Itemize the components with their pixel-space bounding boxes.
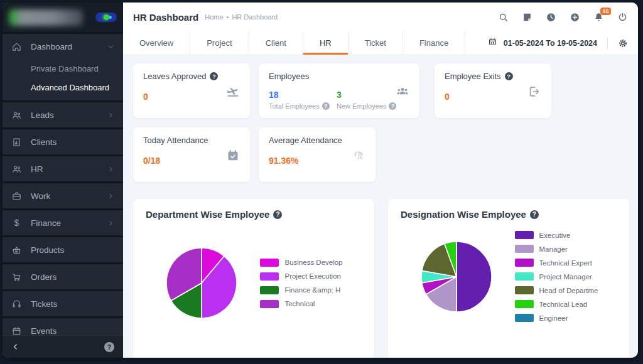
new-employees-value: 3 <box>337 90 404 100</box>
tab-project[interactable]: Project <box>190 31 249 55</box>
calendar-icon <box>488 37 497 49</box>
sidebar-item-label: Dashboard <box>31 42 107 51</box>
legend-item[interactable]: Technical Lead <box>515 300 598 308</box>
briefcase-icon <box>11 191 22 201</box>
tab-client[interactable]: Client <box>249 31 303 55</box>
tab-overview[interactable]: Overview <box>123 31 190 55</box>
stat-cards-row-1: Leaves Approved ? 0 Employees 18 Total E… <box>133 63 629 118</box>
legend-item[interactable]: Executive <box>515 231 598 239</box>
sidebar-item-clients[interactable]: Clients <box>3 129 123 154</box>
search-icon[interactable] <box>498 12 509 23</box>
legend-item[interactable]: Project Manager <box>515 272 598 281</box>
legend-item[interactable]: Project Execution <box>260 272 342 281</box>
help-icon[interactable]: ? <box>530 210 539 219</box>
notification-count-badge: 15 <box>600 8 611 16</box>
designation-legend: Executive Manager Technical Expert Proje… <box>515 231 598 322</box>
help-icon[interactable]: ? <box>104 342 114 352</box>
app-window: Dashboard Private Dashboard Advanced Das… <box>3 3 638 358</box>
date-range-picker[interactable]: 01-05-2024 To 19-05-2024 <box>488 31 597 55</box>
app-logo <box>9 9 83 26</box>
chevron-right-icon <box>107 220 114 227</box>
user-group-icon <box>396 85 409 99</box>
help-icon[interactable]: ? <box>322 102 330 110</box>
legend-swatch <box>515 272 534 281</box>
legend-item[interactable]: Business Develop <box>260 259 342 267</box>
card-employees: Employees 18 Total Employees? 3 New Empl… <box>259 63 419 118</box>
legend-item[interactable]: Technical Expert <box>515 259 598 267</box>
basket-icon <box>11 245 22 255</box>
department-legend: Business Develop Project Execution Finan… <box>260 259 342 308</box>
tab-hr[interactable]: HR <box>303 31 349 55</box>
sidebar-item-finance[interactable]: $ Finance <box>3 210 123 235</box>
headset-icon <box>11 299 22 309</box>
sidebar-group-dashboard: Dashboard Private Dashboard Advanced Das… <box>3 34 123 100</box>
legend-item[interactable]: Head of Departme <box>515 286 598 294</box>
dashboard-tabbar: Overview Project Client HR Ticket Financ… <box>123 31 638 55</box>
users-icon <box>11 164 22 174</box>
plugin-badge <box>95 13 117 22</box>
help-icon[interactable]: ? <box>273 210 282 219</box>
sidebar-subitem-label: Advanced Dashboard <box>31 83 109 92</box>
sidebar: Dashboard Private Dashboard Advanced Das… <box>3 3 123 358</box>
add-icon[interactable] <box>570 12 580 23</box>
help-icon[interactable]: ? <box>505 72 513 80</box>
sparkle-icon <box>104 14 109 20</box>
divider <box>607 38 608 49</box>
legend-swatch <box>260 300 279 308</box>
chevron-right-icon <box>107 166 114 173</box>
note-icon[interactable] <box>522 12 532 23</box>
legend-item[interactable]: Technical <box>260 300 342 308</box>
sidebar-item-events[interactable]: Events <box>3 318 123 335</box>
help-icon[interactable]: ? <box>210 72 218 80</box>
date-range-value: 01-05-2024 To 19-05-2024 <box>504 39 597 48</box>
notifications-bell-icon[interactable]: 15 <box>593 12 604 23</box>
sidebar-item-tickets[interactable]: Tickets <box>3 291 123 316</box>
legend-item[interactable]: Engineer <box>515 314 598 322</box>
power-icon[interactable] <box>617 12 628 23</box>
cart-icon <box>11 272 22 282</box>
users-icon <box>11 110 22 120</box>
page-title: HR Dashboard <box>133 12 198 23</box>
chart-title: Department Wise Employee <box>146 209 269 220</box>
sidebar-item-advanced-dashboard[interactable]: Advanced Dashboard <box>3 78 123 97</box>
sidebar-item-orders[interactable]: Orders <box>3 264 123 289</box>
sidebar-item-products[interactable]: Products <box>3 237 123 262</box>
sidebar-item-hr[interactable]: HR <box>3 156 123 181</box>
legend-item[interactable]: Finance &amp; H <box>260 286 342 294</box>
chevron-right-icon <box>107 112 114 119</box>
employee-exits-value: 0 <box>445 92 541 102</box>
collapse-sidebar-icon[interactable] <box>11 343 19 351</box>
tab-ticket[interactable]: Ticket <box>349 31 403 55</box>
new-employees-stat: 3 New Employees? <box>337 90 404 110</box>
tab-finance[interactable]: Finance <box>403 31 465 55</box>
card-title: Average Attendance <box>269 136 342 145</box>
card-title: Leaves Approved <box>143 72 206 81</box>
help-icon[interactable]: ? <box>389 102 396 110</box>
total-employees-stat: 18 Total Employees? <box>269 90 337 110</box>
plane-departure-icon <box>226 85 240 99</box>
card-title: Today Attendance <box>143 136 208 145</box>
legend-swatch <box>515 245 534 253</box>
sidebar-subitem-label: Private Dashboard <box>31 64 99 73</box>
sidebar-item-leads[interactable]: Leads <box>3 102 123 127</box>
home-icon <box>11 41 22 52</box>
building-chart-icon <box>11 137 22 147</box>
sidebar-item-private-dashboard[interactable]: Private Dashboard <box>3 59 123 78</box>
chart-card-designation-wise: Designation Wise Employee ? Executive Ma… <box>388 199 629 358</box>
breadcrumb-home[interactable]: Home <box>205 13 223 21</box>
department-pie-chart[interactable] <box>165 246 239 320</box>
calendar-check-icon <box>226 149 240 163</box>
clock-icon[interactable] <box>546 12 556 23</box>
designation-pie-chart[interactable] <box>419 240 494 314</box>
header-actions: 15 <box>498 12 628 23</box>
dashboard-content: Leaves Approved ? 0 Employees 18 Total E… <box>123 55 638 358</box>
leaves-approved-value: 0 <box>143 92 240 102</box>
legend-swatch <box>260 286 279 294</box>
stat-cards-row-2: Today Attendance 0/18 Average Attendance… <box>133 127 629 182</box>
settings-gear-icon[interactable] <box>618 38 628 48</box>
sidebar-item-dashboard[interactable]: Dashboard <box>3 34 123 59</box>
sidebar-item-work[interactable]: Work <box>3 183 123 208</box>
card-employee-exits: Employee Exits ? 0 <box>435 63 551 118</box>
legend-item[interactable]: Manager <box>515 245 598 253</box>
fingerprint-icon <box>352 149 365 163</box>
